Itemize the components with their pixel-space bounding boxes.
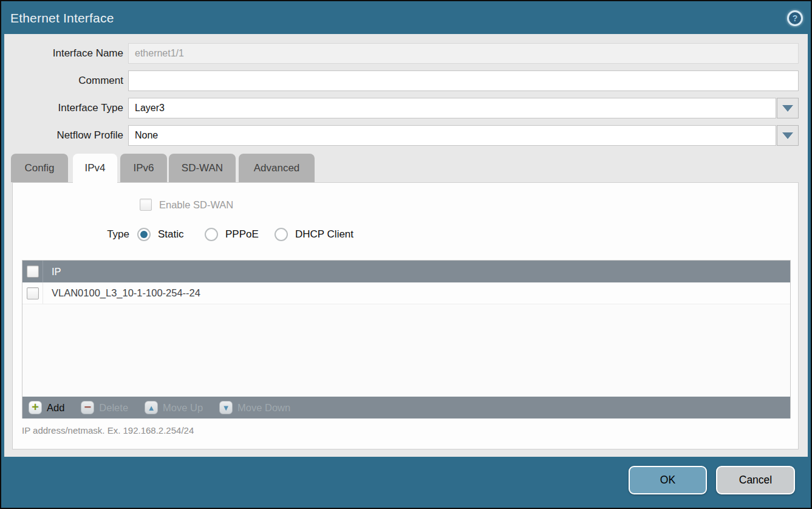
move-up-button[interactable]: ▲ Move Up bbox=[145, 401, 203, 414]
radio-static-control[interactable] bbox=[137, 228, 151, 241]
tab-sd-wan-label: SD-WAN bbox=[182, 162, 223, 174]
ip-table: IP VLAN0100_L3_10-1-100-254--24 + Add bbox=[22, 260, 791, 418]
add-button[interactable]: + Add bbox=[29, 401, 64, 414]
table-row[interactable]: VLAN0100_L3_10-1-100-254--24 bbox=[22, 282, 790, 304]
tab-ipv6-label: IPv6 bbox=[133, 162, 154, 174]
ip-table-header: IP bbox=[22, 261, 790, 282]
interface-type-value[interactable]: Layer3 bbox=[128, 98, 776, 118]
ethernet-interface-dialog: Ethernet Interface ? Interface Name Comm… bbox=[0, 0, 812, 509]
enable-sdwan-label: Enable SD-WAN bbox=[159, 199, 233, 211]
question-mark-glyph: ? bbox=[793, 13, 798, 23]
radio-pppoe-label: PPPoE bbox=[225, 228, 259, 241]
arrow-down-icon: ▼ bbox=[219, 401, 233, 414]
netflow-profile-dropdown-button[interactable] bbox=[777, 125, 799, 146]
tab-sd-wan[interactable]: SD-WAN bbox=[169, 154, 236, 182]
plus-icon: + bbox=[29, 401, 42, 414]
tab-config[interactable]: Config bbox=[11, 154, 68, 182]
move-up-button-label: Move Up bbox=[163, 402, 203, 414]
row-checkbox[interactable] bbox=[27, 287, 39, 299]
interface-name-row: Interface Name bbox=[4, 43, 799, 64]
ipv4-tab-panel: Enable SD-WAN Type Static PPPoE DHCP Cli… bbox=[12, 182, 799, 449]
arrow-up-icon: ▲ bbox=[145, 401, 158, 414]
delete-button[interactable]: − Delete bbox=[81, 401, 128, 414]
dialog-title: Ethernet Interface bbox=[10, 1, 114, 34]
tab-advanced-label: Advanced bbox=[254, 162, 300, 174]
radio-dhcp-client-label: DHCP Client bbox=[295, 228, 353, 241]
ip-cell[interactable]: VLAN0100_L3_10-1-100-254--24 bbox=[43, 287, 200, 299]
chevron-down-icon bbox=[782, 132, 793, 139]
interface-type-label: Interface Type bbox=[4, 98, 123, 118]
netflow-profile-value[interactable]: None bbox=[128, 125, 776, 146]
row-checkbox-cell bbox=[22, 282, 43, 304]
ip-column-header: IP bbox=[43, 266, 61, 278]
radio-dhcp-client[interactable]: DHCP Client bbox=[275, 227, 353, 242]
cancel-button[interactable]: Cancel bbox=[716, 466, 795, 494]
interface-type-row: Interface Type Layer3 bbox=[4, 98, 799, 118]
tab-advanced[interactable]: Advanced bbox=[239, 154, 315, 182]
tab-strip: Config IPv4 IPv6 SD-WAN Advanced bbox=[11, 154, 327, 183]
comment-row: Comment bbox=[4, 70, 799, 91]
interface-name-label: Interface Name bbox=[4, 43, 123, 64]
add-button-label: Add bbox=[47, 402, 64, 414]
radio-static-label: Static bbox=[158, 228, 184, 241]
select-all-checkbox[interactable] bbox=[27, 265, 39, 278]
type-label: Type bbox=[13, 227, 129, 242]
ip-helper-text: IP address/netmask. Ex. 192.168.2.254/24 bbox=[22, 425, 194, 436]
radio-pppoe-control[interactable] bbox=[205, 228, 218, 241]
tab-ipv4[interactable]: IPv4 bbox=[73, 154, 117, 183]
tab-ipv6[interactable]: IPv6 bbox=[120, 154, 167, 182]
comment-input[interactable] bbox=[128, 70, 799, 91]
dialog-body: Interface Name Comment Interface Type La… bbox=[4, 34, 808, 457]
interface-name-input bbox=[128, 43, 799, 64]
dialog-title-bar: Ethernet Interface ? bbox=[1, 1, 811, 34]
netflow-profile-dropdown[interactable]: None bbox=[128, 125, 799, 146]
type-row: Type Static PPPoE DHCP Client bbox=[13, 227, 798, 242]
enable-sdwan-checkbox[interactable] bbox=[140, 199, 152, 211]
enable-sdwan-row: Enable SD-WAN bbox=[140, 198, 233, 211]
comment-label: Comment bbox=[4, 70, 123, 91]
delete-button-label: Delete bbox=[99, 402, 128, 414]
netflow-profile-label: Netflow Profile bbox=[4, 125, 123, 146]
move-down-button-label: Move Down bbox=[237, 402, 290, 414]
tab-ipv4-label: IPv4 bbox=[84, 162, 105, 174]
move-down-button[interactable]: ▼ Move Down bbox=[219, 401, 290, 414]
ok-button[interactable]: OK bbox=[629, 466, 707, 494]
tab-config-label: Config bbox=[24, 162, 54, 174]
radio-static[interactable]: Static bbox=[137, 227, 184, 242]
select-all-column bbox=[22, 261, 43, 282]
radio-dhcp-client-control[interactable] bbox=[275, 228, 288, 241]
chevron-down-icon bbox=[782, 105, 793, 112]
minus-icon: − bbox=[81, 401, 94, 414]
table-empty-area bbox=[22, 304, 790, 397]
radio-pppoe[interactable]: PPPoE bbox=[205, 227, 259, 242]
interface-type-dropdown-button[interactable] bbox=[777, 98, 799, 118]
table-toolbar: + Add − Delete ▲ Move Up ▼ Move Down bbox=[22, 397, 790, 418]
help-icon[interactable]: ? bbox=[787, 10, 803, 26]
interface-type-dropdown[interactable]: Layer3 bbox=[128, 98, 799, 118]
netflow-profile-row: Netflow Profile None bbox=[4, 125, 799, 146]
